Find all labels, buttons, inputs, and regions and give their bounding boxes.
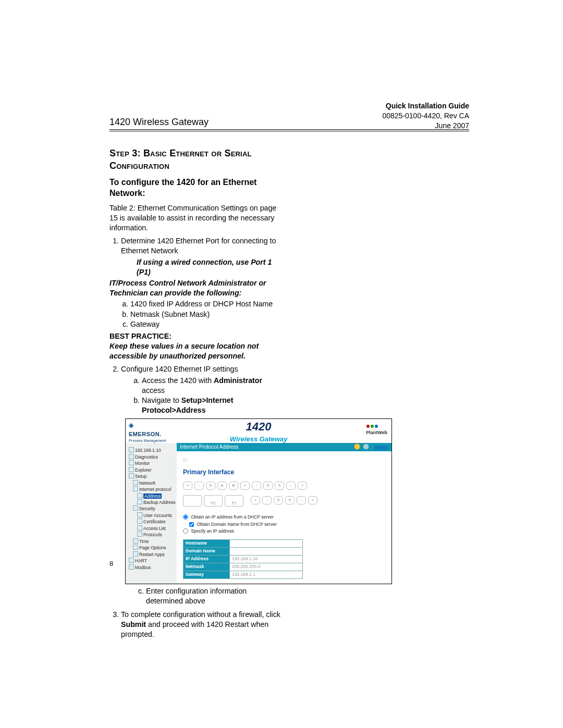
alpha-a1: 1420 fixed IP Address or DHCP Host Name <box>130 299 282 309</box>
document-page: Quick Installation Guide 00825-0100-4420… <box>0 0 375 639</box>
admin-link[interactable]: admin <box>374 445 388 450</box>
terminal-slot: + <box>183 482 192 490</box>
cfg-value[interactable]: 192.168.1.10 <box>230 555 303 563</box>
sidebar-item[interactable]: Time <box>133 538 175 545</box>
page-content: Step 3: Basic Ethernet or Serial Configu… <box>109 147 282 639</box>
alpha-list-b-cont: Enter configuration information determin… <box>125 586 282 606</box>
device-title: 1420 Wireless Gateway <box>126 419 391 443</box>
sidebar-item[interactable]: Protocols <box>137 532 175 538</box>
step-subhead: To configure the 1420 for an Ethernet Ne… <box>109 177 282 199</box>
table-row: Hostname <box>183 539 303 547</box>
main-panel: ◇ Primary Interface +-5AB+-55-+ P2 P1 +-… <box>177 451 391 584</box>
step-intro: Table 2: Ethernet Communication Settings… <box>109 203 282 233</box>
cfg-key: Hostname <box>183 539 230 547</box>
terminal-slot: - <box>262 496 272 504</box>
terminal-slot: 5 <box>206 482 215 490</box>
terminal-slot: + <box>308 496 317 504</box>
terminal-slot: - <box>194 482 204 490</box>
terminal-slot: A <box>217 482 227 490</box>
terminal-slot: 5 <box>275 482 284 490</box>
alpha-a2: Netmask (Subnet Mask) <box>130 310 282 319</box>
terminal-slot: - <box>297 496 306 504</box>
guide-title: Quick Installation Guide <box>382 101 469 111</box>
port-p2: P2 <box>204 495 223 507</box>
sidebar-item[interactable]: Page Options <box>133 545 175 551</box>
cfg-key: Netmask <box>183 563 230 571</box>
sidebar-item[interactable]: Monitor <box>129 460 175 466</box>
ip-mode-radios: Obtain an IP address from a DHCP server … <box>183 514 386 535</box>
terminal-slot: B <box>229 482 238 490</box>
sidebar-item[interactable]: Setup <box>129 473 175 479</box>
header-rule <box>109 129 469 131</box>
sidebar-item[interactable]: Modbus <box>129 564 175 571</box>
cfg-key: IP Address <box>183 555 230 563</box>
best-practice-text: Keep these values in a secure location n… <box>109 341 282 361</box>
alpha-list-a: 1420 fixed IP Address or DHCP Host Name … <box>109 299 282 329</box>
li1-note: If using a wired connection, use Port 1 … <box>137 257 282 277</box>
sidebar-item[interactable]: Network <box>133 480 175 486</box>
table-row: Domain Name <box>183 547 303 555</box>
sidebar-item[interactable]: Internet protocol <box>133 486 175 492</box>
sidebar-item[interactable]: 192.168.1.10 <box>129 447 175 453</box>
globe-icon[interactable] <box>363 443 369 450</box>
sidebar-item[interactable]: Access List <box>137 525 175 532</box>
header-right: Quick Installation Guide 00825-0100-4420… <box>382 101 469 131</box>
embedded-screenshot: ◈ EMERSON. Process Management 1420 Wirel… <box>125 418 392 584</box>
table-row: Netmask255.255.255.0 <box>183 563 303 571</box>
checkbox-domain-dhcp[interactable] <box>189 522 194 527</box>
terminal-slot: + <box>240 482 250 490</box>
sidebar-item[interactable]: Security <box>133 505 175 512</box>
terminal-slots-mid: +-55-+ <box>251 496 317 504</box>
sidebar-item[interactable]: Restart Apps <box>133 551 175 558</box>
config-table: HostnameDomain NameIP Address192.168.1.1… <box>183 539 303 579</box>
cfg-value[interactable]: 255.255.255.0 <box>230 563 303 571</box>
sidebar-item[interactable]: Certificates <box>137 519 175 525</box>
alpha-list-b: Access the 1420 with Administrator acces… <box>121 376 282 416</box>
shot-header: ◈ EMERSON. Process Management 1420 Wirel… <box>126 419 391 443</box>
primary-interface-heading: Primary Interface <box>183 468 386 476</box>
table-row: Gateway192.168.1.1 <box>183 571 303 578</box>
doc-number: 00825-0100-4420, Rev CA <box>382 111 469 121</box>
cfg-value[interactable] <box>230 539 303 547</box>
alpha-b1: Access the 1420 with Administrator acces… <box>142 376 282 396</box>
step-list: Determine 1420 Ethernet Port for connect… <box>109 236 282 277</box>
alpha-a3: Gateway <box>130 319 282 329</box>
cfg-value[interactable] <box>230 547 303 555</box>
step-li2: Configure 1420 Ethernet IP settings Acce… <box>121 364 282 415</box>
radio-specify-ip[interactable] <box>183 528 188 534</box>
terminal-slot: 5 <box>274 496 283 504</box>
best-practice-label: BEST PRACTICE: <box>109 331 282 341</box>
table-row: IP Address192.168.1.10 <box>183 555 303 563</box>
sidebar-item[interactable]: User Accounts <box>137 512 175 519</box>
step-list-2: Configure 1420 Ethernet IP settings Acce… <box>109 364 282 415</box>
it-line: IT/Process Control Network Administrator… <box>109 278 282 298</box>
terminal-slot: 5 <box>285 496 295 504</box>
terminal-slot: + <box>298 482 307 490</box>
step-list-3: To complete configuration without a fire… <box>109 610 282 640</box>
terminal-slot: - <box>252 482 261 490</box>
terminal-slot: 5 <box>263 482 273 490</box>
port-icons: P2 P1 <box>183 495 243 507</box>
product-name: 1420 Wireless Gateway <box>109 117 209 128</box>
port-p1: P1 <box>225 495 243 507</box>
step-li3: To complete configuration without a fire… <box>121 610 282 640</box>
sidebar-tree[interactable]: 192.168.1.10DiagnosticsMonitorExplorerSe… <box>126 443 177 584</box>
section-title-bar: Internet Protocol Address admin <box>177 443 391 451</box>
bar-icons: admin <box>354 443 388 451</box>
port-p0 <box>183 495 202 507</box>
sidebar-item[interactable]: Address <box>137 493 175 499</box>
info-icon[interactable] <box>354 443 360 450</box>
plantweb-logo: PlantWeb <box>366 423 387 436</box>
sidebar-item[interactable]: Backup Address <box>137 499 175 505</box>
sidebar-item[interactable]: Explorer <box>129 467 175 473</box>
cfg-value[interactable]: 192.168.1.1 <box>230 571 303 578</box>
cfg-key: Gateway <box>183 571 230 578</box>
radio-dhcp[interactable] <box>183 514 188 520</box>
sidebar-item[interactable]: Diagnostics <box>129 454 175 460</box>
sidebar-item[interactable]: HART <box>129 558 175 564</box>
terminal-slot: - <box>286 482 296 490</box>
terminal-slots-top: +-5AB+-55-+ <box>183 482 386 490</box>
terminal-slot: + <box>251 496 260 504</box>
alpha-b3: Enter configuration information determin… <box>146 586 282 606</box>
step-heading: Step 3: Basic Ethernet or Serial Configu… <box>109 147 282 172</box>
